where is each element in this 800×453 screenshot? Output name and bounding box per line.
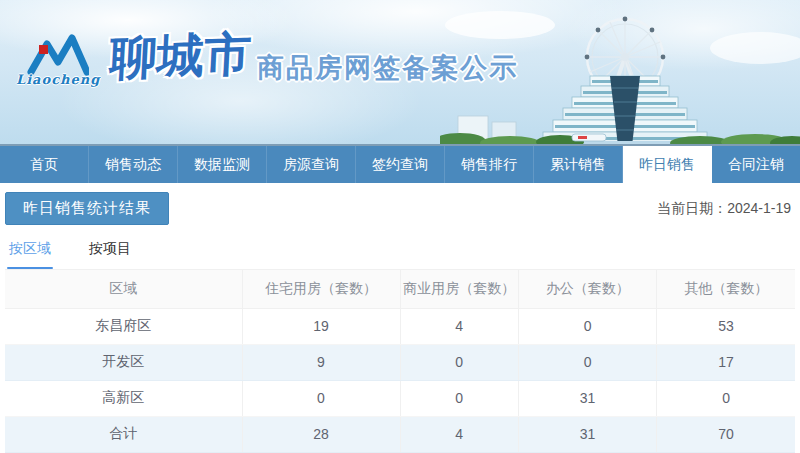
table-cell: 4	[400, 308, 519, 344]
nav-listing-query[interactable]: 房源查询	[267, 146, 356, 183]
table-cell: 0	[657, 380, 795, 416]
banner: Liaocheng 聊城市 商品房网签备案公示	[0, 0, 800, 146]
table-cell: 31	[519, 380, 657, 416]
table-cell: 9	[242, 344, 400, 380]
table-cell: 0	[400, 380, 519, 416]
table-cell: 东昌府区	[5, 308, 242, 344]
site-title: 商品房网签备案公示	[257, 50, 518, 86]
table-cell: 70	[657, 416, 795, 452]
table-cell: 开发区	[5, 344, 242, 380]
table-cell: 19	[242, 308, 400, 344]
table-row: 开发区90017	[5, 344, 795, 380]
nav-home[interactable]: 首页	[0, 146, 89, 183]
column-header: 其他（套数）	[657, 270, 795, 308]
logo: Liaocheng	[16, 32, 100, 87]
table-cell: 31	[519, 416, 657, 452]
column-header: 商业用房（套数）	[400, 270, 519, 308]
tab-by-project[interactable]: 按项目	[87, 232, 133, 269]
page: Liaocheng 聊城市 商品房网签备案公示 首页销售动态数据监测房源查询签约…	[0, 0, 800, 453]
nav-contract-cancel[interactable]: 合同注销	[712, 146, 800, 183]
logo-script-text: Liaocheng	[16, 72, 100, 87]
table-header-row: 区域住宅用房（套数）商业用房（套数）办公（套数）其他（套数）	[5, 270, 795, 308]
table-cell: 4	[400, 416, 519, 452]
table-cell: 28	[242, 416, 400, 452]
column-header: 住宅用房（套数）	[242, 270, 400, 308]
nav-sales-ranking[interactable]: 销售排行	[445, 146, 534, 183]
table-cell: 17	[657, 344, 795, 380]
main-nav: 首页销售动态数据监测房源查询签约查询销售排行累计销售昨日销售合同注销	[0, 146, 800, 183]
content-header: 昨日销售统计结果 当前日期：2024-1-19	[5, 183, 795, 230]
section-title-badge: 昨日销售统计结果	[5, 192, 169, 225]
column-header: 办公（套数）	[519, 270, 657, 308]
table-cell: 0	[519, 344, 657, 380]
table-row: 东昌府区194053	[5, 308, 795, 344]
view-tabs: 按区域按项目	[5, 230, 795, 270]
table-cell: 0	[242, 380, 400, 416]
table-cell: 0	[400, 344, 519, 380]
table-cell: 高新区	[5, 380, 242, 416]
tab-by-region[interactable]: 按区域	[7, 232, 53, 269]
nav-data-monitor[interactable]: 数据监测	[178, 146, 267, 183]
nav-sales-activity[interactable]: 销售动态	[89, 146, 178, 183]
sales-stats-table: 区域住宅用房（套数）商业用房（套数）办公（套数）其他（套数） 东昌府区19405…	[5, 270, 795, 453]
nav-yesterday-sales[interactable]: 昨日销售	[623, 146, 712, 183]
content: 昨日销售统计结果 当前日期：2024-1-19 按区域按项目 区域住宅用房（套数…	[0, 183, 800, 453]
current-date-label: 当前日期：	[657, 200, 727, 216]
nav-contract-query[interactable]: 签约查询	[356, 146, 445, 183]
table-cell: 53	[657, 308, 795, 344]
current-date: 当前日期：2024-1-19	[657, 200, 795, 218]
logo-mountain-icon	[27, 32, 89, 76]
table-row: 高新区00310	[5, 380, 795, 416]
table-row: 合计2843170	[5, 416, 795, 452]
brand: Liaocheng 聊城市 商品房网签备案公示	[16, 26, 518, 87]
table-cell: 0	[519, 308, 657, 344]
site-name: 聊城市	[109, 30, 253, 82]
current-date-value: 2024-1-19	[727, 200, 791, 216]
column-header: 区域	[5, 270, 242, 308]
table-cell: 合计	[5, 416, 242, 452]
nav-cumulative-sales[interactable]: 累计销售	[534, 146, 623, 183]
